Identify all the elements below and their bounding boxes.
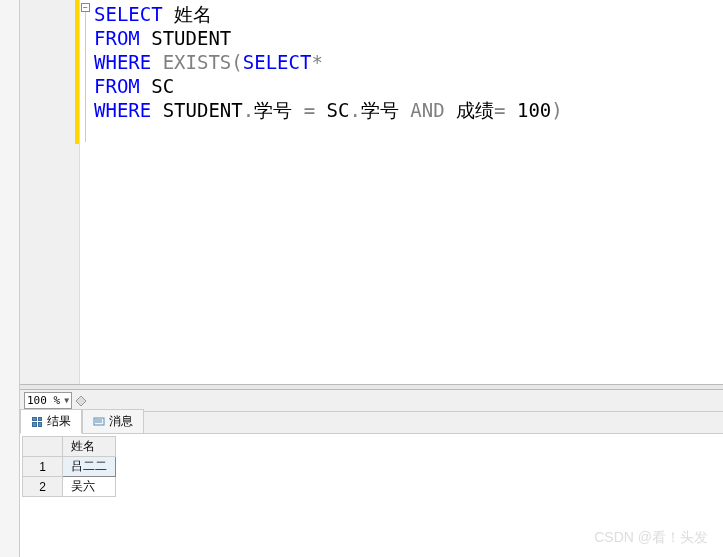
messages-icon	[93, 416, 105, 428]
table-row[interactable]: 1吕二二	[23, 457, 116, 477]
zoom-slider-handle[interactable]	[76, 394, 88, 408]
cell[interactable]: 吕二二	[63, 457, 116, 477]
code-editor[interactable]: − SELECT 姓名 FROM STUDENT WHERE EXISTS(SE…	[20, 0, 723, 384]
svg-marker-0	[76, 396, 86, 406]
change-indicator	[75, 0, 79, 144]
tab-results[interactable]: 结果	[20, 409, 82, 434]
row-number[interactable]: 1	[23, 457, 63, 477]
code-margin	[20, 0, 80, 384]
main-container: − SELECT 姓名 FROM STUDENT WHERE EXISTS(SE…	[0, 0, 723, 557]
column-header[interactable]: 姓名	[63, 437, 116, 457]
collapse-toggle-icon[interactable]: −	[81, 3, 90, 12]
tab-messages-label: 消息	[109, 413, 133, 430]
results-grid[interactable]: 姓名 1吕二二2吴六	[20, 434, 723, 499]
outline-line	[85, 12, 86, 142]
left-ruler	[0, 0, 20, 557]
outline-column: −	[80, 0, 92, 384]
code-text[interactable]: SELECT 姓名 FROM STUDENT WHERE EXISTS(SELE…	[92, 0, 723, 384]
results-table: 姓名 1吕二二2吴六	[22, 436, 116, 497]
row-number[interactable]: 2	[23, 477, 63, 497]
tab-messages[interactable]: 消息	[82, 409, 144, 433]
results-tabs: 结果 消息	[20, 412, 723, 434]
chevron-down-icon: ▼	[64, 396, 69, 405]
grid-icon	[31, 416, 43, 428]
cell[interactable]: 吴六	[63, 477, 116, 497]
corner-cell[interactable]	[23, 437, 63, 457]
table-row[interactable]: 2吴六	[23, 477, 116, 497]
zoom-dropdown[interactable]: 100 % ▼	[24, 392, 72, 409]
editor-area: − SELECT 姓名 FROM STUDENT WHERE EXISTS(SE…	[20, 0, 723, 557]
zoom-value: 100 %	[27, 394, 60, 407]
tab-results-label: 结果	[47, 413, 71, 430]
watermark: CSDN @看！头发	[594, 529, 708, 547]
